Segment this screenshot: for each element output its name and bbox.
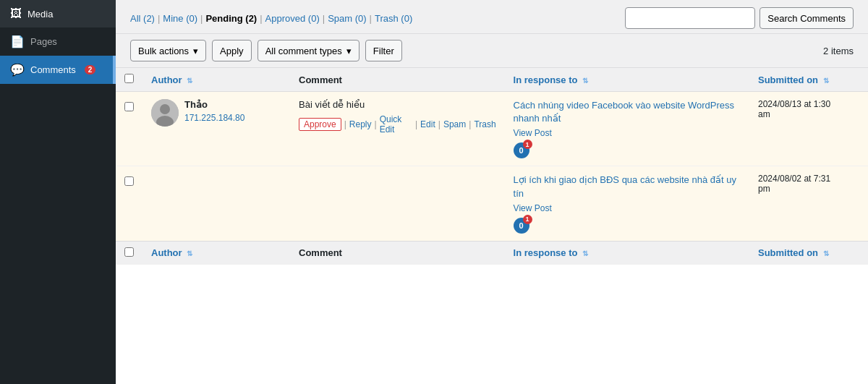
search-area: Search Comments bbox=[625, 7, 854, 29]
bubble-count: 0 bbox=[519, 146, 524, 155]
filter-mine[interactable]: Mine (0) bbox=[163, 13, 197, 24]
view-post-link[interactable]: View Post bbox=[514, 203, 741, 213]
sidebar-item-pages[interactable]: 📄 Pages bbox=[0, 27, 116, 56]
avatar bbox=[151, 99, 179, 127]
row2-check bbox=[116, 166, 142, 241]
author-sort-icon: ⇅ bbox=[187, 77, 192, 85]
submitted-date: 2024/08/13 at 1:30 bbox=[758, 99, 830, 109]
comment-header: Comment bbox=[290, 68, 505, 92]
comment-types-label: All comment types bbox=[265, 46, 342, 56]
comment-bubble: 0 1 bbox=[514, 142, 529, 158]
footer-author-header[interactable]: Author ⇅ bbox=[142, 241, 290, 265]
filter-button[interactable]: Filter bbox=[365, 40, 402, 61]
footer-comment-header: Comment bbox=[290, 241, 505, 265]
submitted-header[interactable]: Submitted on ⇅ bbox=[749, 68, 868, 92]
approve-button[interactable]: Approve bbox=[299, 118, 341, 131]
sidebar-item-media[interactable]: 🖼 Media bbox=[0, 0, 116, 27]
sidebar-item-label: Pages bbox=[30, 36, 57, 47]
comment-actions: Approve | Reply | Quick Edit | Edit | Sp… bbox=[299, 114, 496, 135]
comment-types-dropdown[interactable]: All comment types ▾ bbox=[258, 40, 359, 61]
footer-response-sort-icon: ⇅ bbox=[582, 249, 588, 257]
submitted-ampm: pm bbox=[758, 184, 770, 194]
bubble-area: 0 1 bbox=[514, 218, 741, 234]
row2-response-cell: Lợi ích khi giao dịch BĐS qua các websit… bbox=[505, 166, 749, 241]
chevron-down-icon: ▾ bbox=[193, 46, 198, 56]
bubble-count: 0 bbox=[519, 221, 524, 230]
filter-spam[interactable]: Spam (0) bbox=[328, 13, 366, 24]
comment-bubble: 0 1 bbox=[514, 218, 529, 234]
row2-checkbox[interactable] bbox=[124, 176, 134, 186]
comments-icon: 💬 bbox=[10, 63, 25, 77]
media-icon: 🖼 bbox=[10, 7, 22, 20]
response-post-link[interactable]: Cách nhúng video Facebook vào website Wo… bbox=[514, 100, 734, 124]
apply-button[interactable]: Apply bbox=[212, 40, 252, 61]
response-post-link[interactable]: Lợi ích khi giao dịch BĐS qua các websit… bbox=[514, 174, 736, 198]
filter-links: All (2) | Mine (0) | Pending (2) | Appro… bbox=[130, 13, 412, 24]
row2-comment-cell bbox=[290, 166, 505, 241]
row2-author-cell bbox=[142, 166, 290, 241]
search-comments-button[interactable]: Search Comments bbox=[760, 7, 854, 29]
items-count: 2 items bbox=[823, 46, 854, 56]
response-header[interactable]: In response to ⇅ bbox=[505, 68, 749, 92]
submitted-date: 2024/08/02 at 7:31 bbox=[758, 174, 830, 184]
select-all-header bbox=[116, 68, 142, 92]
footer-author-sort-icon: ⇅ bbox=[187, 249, 192, 257]
chevron-down-icon: ▾ bbox=[346, 46, 352, 56]
bubble-area: 0 1 bbox=[514, 142, 741, 158]
select-all-checkbox[interactable] bbox=[124, 74, 134, 83]
table-row: Thảo 171.225.184.80 Bài viết dễ hiểu App… bbox=[116, 92, 868, 166]
submitted-sort-icon: ⇅ bbox=[823, 77, 829, 85]
view-post-link[interactable]: View Post bbox=[514, 128, 741, 138]
main-content: All (2) | Mine (0) | Pending (2) | Appro… bbox=[116, 0, 868, 384]
response-sort-icon: ⇅ bbox=[582, 77, 588, 85]
row1-check bbox=[116, 92, 142, 166]
sidebar-item-label: Media bbox=[27, 9, 53, 20]
reply-link[interactable]: Reply bbox=[349, 119, 372, 129]
row1-date-cell: 2024/08/13 at 1:30 am bbox=[749, 92, 868, 166]
quick-edit-link[interactable]: Quick Edit bbox=[380, 114, 412, 135]
row1-comment-cell: Bài viết dễ hiểu Approve | Reply | Quick… bbox=[290, 92, 505, 166]
pages-icon: 📄 bbox=[10, 35, 25, 48]
sidebar-item-comments[interactable]: 💬 Comments 2 bbox=[0, 56, 116, 84]
footer-submitted-header[interactable]: Submitted on ⇅ bbox=[749, 241, 868, 265]
bulk-actions-label: Bulk actions bbox=[138, 46, 189, 56]
edit-link[interactable]: Edit bbox=[420, 119, 435, 129]
sidebar: 🖼 Media 📄 Pages 💬 Comments 2 bbox=[0, 0, 116, 384]
topbar: All (2) | Mine (0) | Pending (2) | Appro… bbox=[116, 0, 868, 34]
submitted-ampm: am bbox=[758, 109, 770, 119]
comments-table: Author ⇅ Comment In response to ⇅ Submit… bbox=[116, 68, 868, 265]
author-name: Thảo bbox=[184, 99, 244, 110]
comment-text: Bài viết dễ hiểu bbox=[299, 99, 496, 110]
table-row: Lợi ích khi giao dịch BĐS qua các websit… bbox=[116, 166, 868, 241]
filter-trash[interactable]: Trash (0) bbox=[375, 13, 412, 24]
row1-response-cell: Cách nhúng video Facebook vào website Wo… bbox=[505, 92, 749, 166]
author-ip[interactable]: 171.225.184.80 bbox=[184, 113, 244, 123]
footer-select-all-checkbox[interactable] bbox=[124, 247, 134, 257]
filter-pending: Pending (2) bbox=[205, 13, 257, 24]
svg-point-1 bbox=[160, 104, 170, 114]
spam-link[interactable]: Spam bbox=[443, 119, 466, 129]
trash-link[interactable]: Trash bbox=[474, 119, 495, 129]
author-header[interactable]: Author ⇅ bbox=[142, 68, 290, 92]
filter-approved[interactable]: Approved (0) bbox=[265, 13, 320, 24]
bulk-actions-dropdown[interactable]: Bulk actions ▾ bbox=[130, 40, 206, 61]
sidebar-item-label: Comments bbox=[30, 64, 76, 75]
row1-checkbox[interactable] bbox=[124, 102, 134, 111]
footer-select-all bbox=[116, 241, 142, 265]
actionbar: Bulk actions ▾ Apply All comment types ▾… bbox=[116, 34, 868, 68]
footer-response-header[interactable]: In response to ⇅ bbox=[505, 241, 749, 265]
search-input[interactable] bbox=[625, 7, 755, 29]
row1-author-cell: Thảo 171.225.184.80 bbox=[142, 92, 290, 166]
row2-date-cell: 2024/08/02 at 7:31 pm bbox=[749, 166, 868, 241]
filter-all[interactable]: All (2) bbox=[130, 13, 155, 24]
comments-badge: 2 bbox=[85, 65, 96, 74]
bubble-badge: 1 bbox=[523, 215, 532, 224]
footer-submitted-sort-icon: ⇅ bbox=[823, 249, 829, 257]
bubble-badge: 1 bbox=[523, 140, 532, 149]
comments-table-area: Author ⇅ Comment In response to ⇅ Submit… bbox=[116, 68, 868, 384]
